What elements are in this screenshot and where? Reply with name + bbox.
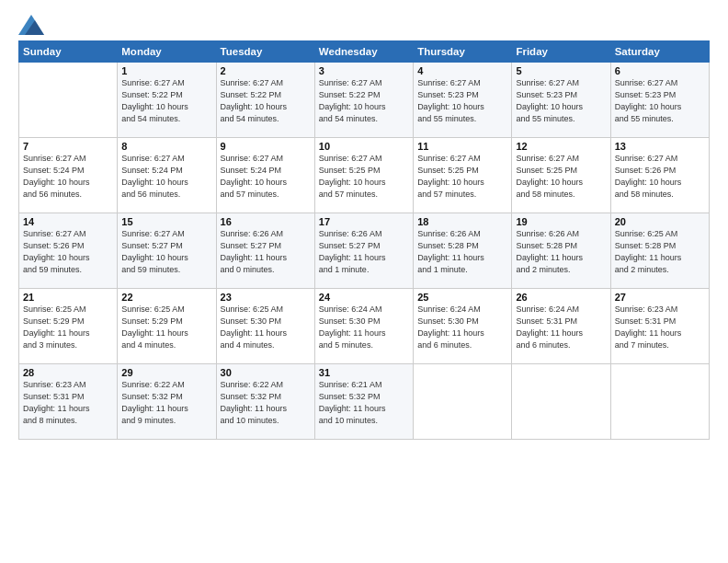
day-cell: 11Sunrise: 6:27 AM Sunset: 5:25 PM Dayli…: [414, 138, 512, 213]
day-cell: 12Sunrise: 6:27 AM Sunset: 5:25 PM Dayli…: [512, 138, 610, 213]
day-cell: 20Sunrise: 6:25 AM Sunset: 5:28 PM Dayli…: [610, 213, 709, 289]
day-cell: 13Sunrise: 6:27 AM Sunset: 5:26 PM Dayli…: [610, 138, 709, 213]
day-number: 12: [516, 141, 606, 152]
day-number: 2: [221, 65, 311, 76]
weekday-header-saturday: Saturday: [610, 41, 709, 63]
day-number: 13: [615, 141, 705, 152]
day-info: Sunrise: 6:27 AM Sunset: 5:25 PM Dayligh…: [516, 153, 606, 201]
week-row-3: 14Sunrise: 6:27 AM Sunset: 5:26 PM Dayli…: [19, 213, 710, 289]
day-info: Sunrise: 6:27 AM Sunset: 5:22 PM Dayligh…: [319, 77, 409, 125]
day-number: 5: [516, 65, 606, 76]
day-number: 24: [319, 292, 409, 303]
week-row-1: 1Sunrise: 6:27 AM Sunset: 5:22 PM Daylig…: [19, 63, 710, 138]
day-info: Sunrise: 6:27 AM Sunset: 5:25 PM Dayligh…: [319, 153, 409, 201]
day-number: 3: [319, 65, 409, 76]
day-cell: 19Sunrise: 6:26 AM Sunset: 5:28 PM Dayli…: [512, 213, 610, 289]
day-cell: [19, 63, 118, 138]
day-number: 10: [319, 141, 409, 152]
day-info: Sunrise: 6:27 AM Sunset: 5:23 PM Dayligh…: [516, 77, 606, 125]
day-info: Sunrise: 6:27 AM Sunset: 5:27 PM Dayligh…: [121, 228, 211, 276]
day-cell: [610, 364, 709, 440]
day-cell: 18Sunrise: 6:26 AM Sunset: 5:28 PM Dayli…: [414, 213, 512, 289]
day-info: Sunrise: 6:23 AM Sunset: 5:31 PM Dayligh…: [615, 304, 705, 351]
week-row-4: 21Sunrise: 6:25 AM Sunset: 5:29 PM Dayli…: [19, 289, 710, 364]
day-info: Sunrise: 6:27 AM Sunset: 5:24 PM Dayligh…: [221, 153, 311, 201]
day-cell: 26Sunrise: 6:24 AM Sunset: 5:31 PM Dayli…: [512, 289, 610, 364]
day-info: Sunrise: 6:27 AM Sunset: 5:24 PM Dayligh…: [23, 153, 113, 201]
day-info: Sunrise: 6:25 AM Sunset: 5:29 PM Dayligh…: [121, 304, 211, 351]
day-number: 30: [221, 367, 311, 378]
day-info: Sunrise: 6:26 AM Sunset: 5:27 PM Dayligh…: [319, 228, 409, 276]
logo-icon: [18, 15, 44, 35]
weekday-header-thursday: Thursday: [414, 41, 512, 63]
week-row-2: 7Sunrise: 6:27 AM Sunset: 5:24 PM Daylig…: [19, 138, 710, 213]
day-info: Sunrise: 6:24 AM Sunset: 5:30 PM Dayligh…: [319, 304, 409, 351]
weekday-header-wednesday: Wednesday: [314, 41, 413, 63]
day-cell: 28Sunrise: 6:23 AM Sunset: 5:31 PM Dayli…: [19, 364, 118, 440]
day-cell: 2Sunrise: 6:27 AM Sunset: 5:22 PM Daylig…: [216, 63, 314, 138]
day-number: 22: [121, 292, 211, 303]
day-info: Sunrise: 6:22 AM Sunset: 5:32 PM Dayligh…: [121, 379, 211, 427]
day-cell: 15Sunrise: 6:27 AM Sunset: 5:27 PM Dayli…: [118, 213, 216, 289]
day-number: 31: [319, 367, 409, 378]
day-number: 1: [121, 65, 211, 76]
day-info: Sunrise: 6:24 AM Sunset: 5:30 PM Dayligh…: [417, 304, 507, 351]
day-cell: 10Sunrise: 6:27 AM Sunset: 5:25 PM Dayli…: [314, 138, 413, 213]
day-info: Sunrise: 6:22 AM Sunset: 5:32 PM Dayligh…: [221, 379, 311, 427]
day-cell: 27Sunrise: 6:23 AM Sunset: 5:31 PM Dayli…: [610, 289, 709, 364]
day-cell: 3Sunrise: 6:27 AM Sunset: 5:22 PM Daylig…: [314, 63, 413, 138]
day-number: 21: [23, 292, 113, 303]
day-number: 7: [23, 141, 113, 152]
logo: [18, 15, 48, 35]
weekday-header-tuesday: Tuesday: [216, 41, 314, 63]
calendar-table: SundayMondayTuesdayWednesdayThursdayFrid…: [18, 40, 710, 440]
day-cell: 14Sunrise: 6:27 AM Sunset: 5:26 PM Dayli…: [19, 213, 118, 289]
day-info: Sunrise: 6:26 AM Sunset: 5:28 PM Dayligh…: [516, 228, 606, 276]
day-cell: 22Sunrise: 6:25 AM Sunset: 5:29 PM Dayli…: [118, 289, 216, 364]
weekday-header-row: SundayMondayTuesdayWednesdayThursdayFrid…: [19, 41, 710, 63]
day-cell: [512, 364, 610, 440]
day-number: 26: [516, 292, 606, 303]
day-info: Sunrise: 6:25 AM Sunset: 5:30 PM Dayligh…: [221, 304, 311, 351]
day-info: Sunrise: 6:27 AM Sunset: 5:26 PM Dayligh…: [23, 228, 113, 276]
day-info: Sunrise: 6:27 AM Sunset: 5:25 PM Dayligh…: [417, 153, 507, 201]
day-info: Sunrise: 6:25 AM Sunset: 5:29 PM Dayligh…: [23, 304, 113, 351]
day-info: Sunrise: 6:27 AM Sunset: 5:24 PM Dayligh…: [121, 153, 211, 201]
day-info: Sunrise: 6:21 AM Sunset: 5:32 PM Dayligh…: [319, 379, 409, 427]
day-cell: 25Sunrise: 6:24 AM Sunset: 5:30 PM Dayli…: [414, 289, 512, 364]
day-number: 6: [615, 65, 705, 76]
day-info: Sunrise: 6:27 AM Sunset: 5:23 PM Dayligh…: [417, 77, 507, 125]
day-number: 15: [121, 216, 211, 227]
day-number: 4: [417, 65, 507, 76]
day-info: Sunrise: 6:25 AM Sunset: 5:28 PM Dayligh…: [615, 228, 705, 276]
day-number: 25: [417, 292, 507, 303]
page: SundayMondayTuesdayWednesdayThursdayFrid…: [0, 0, 728, 563]
weekday-header-sunday: Sunday: [19, 41, 118, 63]
week-row-5: 28Sunrise: 6:23 AM Sunset: 5:31 PM Dayli…: [19, 364, 710, 440]
day-info: Sunrise: 6:27 AM Sunset: 5:23 PM Dayligh…: [615, 77, 705, 125]
day-info: Sunrise: 6:26 AM Sunset: 5:28 PM Dayligh…: [417, 228, 507, 276]
day-number: 19: [516, 216, 606, 227]
day-cell: 6Sunrise: 6:27 AM Sunset: 5:23 PM Daylig…: [610, 63, 709, 138]
day-cell: 30Sunrise: 6:22 AM Sunset: 5:32 PM Dayli…: [216, 364, 314, 440]
day-cell: 21Sunrise: 6:25 AM Sunset: 5:29 PM Dayli…: [19, 289, 118, 364]
day-number: 11: [417, 141, 507, 152]
day-cell: 5Sunrise: 6:27 AM Sunset: 5:23 PM Daylig…: [512, 63, 610, 138]
day-cell: 24Sunrise: 6:24 AM Sunset: 5:30 PM Dayli…: [314, 289, 413, 364]
day-info: Sunrise: 6:23 AM Sunset: 5:31 PM Dayligh…: [23, 379, 113, 427]
day-number: 29: [121, 367, 211, 378]
day-cell: 4Sunrise: 6:27 AM Sunset: 5:23 PM Daylig…: [414, 63, 512, 138]
day-cell: 7Sunrise: 6:27 AM Sunset: 5:24 PM Daylig…: [19, 138, 118, 213]
day-info: Sunrise: 6:27 AM Sunset: 5:26 PM Dayligh…: [615, 153, 705, 201]
day-number: 9: [221, 141, 311, 152]
day-cell: 29Sunrise: 6:22 AM Sunset: 5:32 PM Dayli…: [118, 364, 216, 440]
weekday-header-monday: Monday: [118, 41, 216, 63]
day-number: 20: [615, 216, 705, 227]
day-number: 23: [221, 292, 311, 303]
day-cell: 16Sunrise: 6:26 AM Sunset: 5:27 PM Dayli…: [216, 213, 314, 289]
day-number: 28: [23, 367, 113, 378]
day-number: 14: [23, 216, 113, 227]
day-number: 8: [121, 141, 211, 152]
day-cell: 9Sunrise: 6:27 AM Sunset: 5:24 PM Daylig…: [216, 138, 314, 213]
day-cell: 1Sunrise: 6:27 AM Sunset: 5:22 PM Daylig…: [118, 63, 216, 138]
